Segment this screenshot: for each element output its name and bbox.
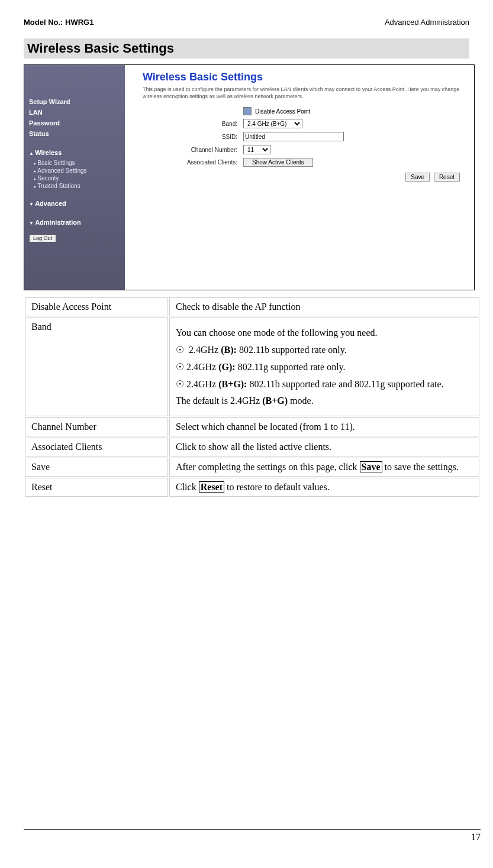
sidebar-item-advanced[interactable]: Advanced xyxy=(29,200,120,207)
cell-label: Channel Number xyxy=(25,417,168,436)
row-band: Band: 2.4 GHz (B+G) xyxy=(143,119,466,128)
page-header: Model No.: HWRG1 Advanced Administration xyxy=(24,18,469,27)
logout-button[interactable]: Log Out xyxy=(29,234,56,242)
sidebar-item-lan[interactable]: LAN xyxy=(29,109,120,116)
screenshot-description: This page is used to configure the param… xyxy=(143,86,466,100)
ssid-input[interactable] xyxy=(243,132,344,141)
table-row: Reset Click Reset to restore to default … xyxy=(25,478,479,497)
sidebar-item-wireless[interactable]: Wireless xyxy=(29,149,120,156)
sidebar-item-setup[interactable]: Setup Wizard xyxy=(29,98,120,105)
disable-ap-label: Disable Access Point xyxy=(255,108,310,115)
settings-table: Disable Access Point Check to disable th… xyxy=(24,296,481,498)
header-section: Advanced Administration xyxy=(385,18,469,27)
cell-text: Click to show all the listed active clie… xyxy=(169,438,479,456)
table-row: Band You can choose one mode of the foll… xyxy=(25,318,479,416)
section-heading: Wireless Basic Settings xyxy=(24,38,469,59)
cell-text: Select which channel be located (from 1 … xyxy=(169,417,479,436)
cell-text: Click Reset to restore to default values… xyxy=(169,478,479,497)
sidebar-item-admin[interactable]: Administration xyxy=(29,219,120,226)
sidebar-item-password[interactable]: Password xyxy=(29,119,120,127)
table-row: Save After completing the settings on th… xyxy=(25,458,479,477)
table-row: Channel Number Select which channel be l… xyxy=(25,417,479,436)
header-model: Model No.: HWRG1 xyxy=(24,18,94,27)
cell-label: Save xyxy=(25,458,168,477)
band-select[interactable]: 2.4 GHz (B+G) xyxy=(243,119,302,128)
sidebar: Setup Wizard LAN Password Status Wireles… xyxy=(24,65,125,290)
cell-text: After completing the settings on this pa… xyxy=(169,458,479,477)
row-disable-ap: Disable Access Point xyxy=(143,107,466,115)
channel-label: Channel Number: xyxy=(143,147,237,153)
sidebar-sub-security[interactable]: Security xyxy=(34,175,120,182)
cell-text: You can choose one mode of the following… xyxy=(169,318,479,416)
show-active-clients-button[interactable]: Show Active Clients xyxy=(243,158,313,167)
page-number: 17 xyxy=(24,832,481,843)
band-label: Band: xyxy=(143,121,237,127)
row-channel: Channel Number: 11 xyxy=(143,145,466,154)
footer-divider xyxy=(24,829,481,830)
table-row: Disable Access Point Check to disable th… xyxy=(25,297,479,316)
row-ssid: SSID: xyxy=(143,132,466,141)
disable-ap-checkbox[interactable] xyxy=(243,107,252,115)
sidebar-sub-advanced[interactable]: Advanced Settings xyxy=(34,167,120,174)
sidebar-item-status[interactable]: Status xyxy=(29,130,120,137)
row-assoc: Associated Clients: Show Active Clients xyxy=(143,158,466,167)
screenshot-main: Wireless Basic Settings This page is use… xyxy=(125,65,474,290)
save-button[interactable]: Save xyxy=(405,173,430,182)
ssid-label: SSID: xyxy=(143,134,237,140)
screenshot-title: Wireless Basic Settings xyxy=(143,71,466,83)
form-actions: Save Reset xyxy=(143,173,460,182)
cell-label: Disable Access Point xyxy=(25,297,168,316)
reset-button[interactable]: Reset xyxy=(434,173,460,182)
sidebar-sub-basic[interactable]: Basic Settings xyxy=(34,160,120,166)
channel-select[interactable]: 11 xyxy=(243,145,270,154)
cell-label: Band xyxy=(25,318,168,416)
table-row: Associated Clients Click to show all the… xyxy=(25,438,479,456)
router-screenshot: Setup Wizard LAN Password Status Wireles… xyxy=(24,64,475,290)
cell-label: Associated Clients xyxy=(25,438,168,456)
assoc-label: Associated Clients: xyxy=(143,159,237,166)
sidebar-sub-trusted[interactable]: Trusted Stations xyxy=(34,183,120,189)
cell-text: Check to disable the AP function xyxy=(169,297,479,316)
cell-label: Reset xyxy=(25,478,168,497)
